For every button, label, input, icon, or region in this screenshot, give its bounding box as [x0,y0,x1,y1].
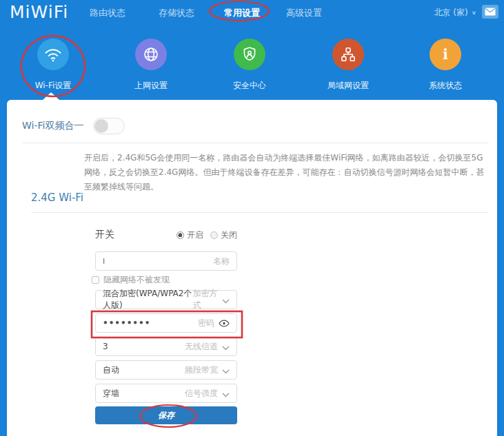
tab-label: 系统状态 [407,80,483,92]
signal-strength-select[interactable]: 穿墙 信号强度 [95,384,237,403]
miwifi-logo: MiWiFi [10,2,68,22]
channel-label: 无线信道 [185,341,218,353]
router-location-label: 北京 (家) [434,7,467,19]
mail-button[interactable] [482,5,498,19]
chevron-down-icon: ∨ [472,10,476,16]
toggle-knob [94,119,108,133]
active-tab-pointer [43,92,59,100]
radio-unselected-icon [210,231,218,239]
dualband-label: Wi-Fi双频合一 [22,120,83,132]
nav-router-status[interactable]: 路由状态 [90,7,125,19]
bandwidth-select[interactable]: 自动 频段带宽 [95,360,237,380]
save-button[interactable]: 保存 [95,406,237,424]
password-input[interactable]: •••••••• 密码 [95,313,237,333]
chevron-down-icon [222,387,230,400]
channel-value: 3 [103,342,108,351]
chevron-down-icon [222,293,230,307]
chevron-down-icon [222,340,230,353]
password-value: •••••••• [103,318,150,328]
section-title-24g: 2.4G Wi-Fi [31,191,83,204]
tab-label: Wi-Fi设置 [15,80,91,92]
top-nav-bar: MiWiFi 路由状态 存储状态 常用设置 高级设置 北京 (家) ∨ [0,0,504,25]
ssid-name-value: l [103,257,105,266]
dualband-description: 开启后，2.4G和5G会使用同一名称，路由器会自动为终端选择最佳WiFi网络，如… [84,151,488,194]
mail-icon [485,6,496,19]
lan-icon [332,39,364,70]
miwifi-admin-page: MiWiFi 路由状态 存储状态 常用设置 高级设置 北京 (家) ∨ [0,0,504,436]
eye-icon[interactable] [219,317,230,330]
radio-off[interactable]: 关闭 [210,229,237,241]
signal-strength-label: 信号强度 [185,388,218,399]
bandwidth-label: 频段带宽 [185,364,218,376]
wifi-form: 开关 开启 关闭 l 名称 隐藏网络不被发现 [95,227,237,424]
encryption-select[interactable]: 混合加密(WPA/WPA2个人版) 加密方式 [95,290,237,309]
encryption-value: 混合加密(WPA/WPA2个人版) [103,288,192,311]
signal-strength-value: 穿墙 [103,388,119,399]
ssid-name-input[interactable]: l 名称 [95,251,237,271]
tab-wifi-settings[interactable]: Wi-Fi设置 [15,39,91,92]
divider [31,212,489,213]
tab-internet-settings[interactable]: 上网设置 [113,39,189,92]
channel-select[interactable]: 3 无线信道 [95,337,237,356]
divider [22,143,489,143]
nav-storage-status[interactable]: 存储状态 [159,7,194,19]
tab-system-status[interactable]: i 系统状态 [407,39,483,92]
encryption-label: 加密方式 [192,288,218,311]
radio-off-label: 关闭 [221,229,237,241]
radio-on-label: 开启 [187,229,203,241]
switch-radio-group: 开启 关闭 [177,229,237,241]
tab-label: 安全中心 [212,80,288,92]
tab-lan-settings[interactable]: 局域网设置 [310,39,386,92]
checkbox-unchecked-icon [92,276,99,284]
hide-network-checkbox-row[interactable]: 隐藏网络不被发现 [92,275,237,284]
shield-icon [234,39,265,70]
tab-label: 局域网设置 [310,80,386,92]
tab-security-center[interactable]: 安全中心 [212,39,288,92]
bandwidth-value: 自动 [103,364,119,376]
ssid-name-placeholder: 名称 [213,256,230,267]
info-icon: i [430,39,461,70]
nav-advanced-settings[interactable]: 高级设置 [286,7,322,19]
nav-common-settings[interactable]: 常用设置 [224,7,260,19]
tab-label: 上网设置 [113,80,189,92]
wifi-switch-row: 开关 开启 关闭 [95,227,237,242]
password-label: 密码 [198,318,214,329]
router-location-menu[interactable]: 北京 (家) ∨ [434,7,476,19]
wifi-icon [37,39,69,70]
chevron-down-icon [222,364,230,377]
dualband-toggle[interactable] [93,118,125,134]
wifi-settings-panel: Wi-Fi双频合一 开启后，2.4G和5G会使用同一名称，路由器会自动为终端选择… [7,100,497,436]
settings-tab-band: Wi-Fi设置 上网设置 安全中心 [0,25,504,100]
radio-selected-icon [177,231,184,239]
switch-label: 开关 [95,229,114,241]
radio-on[interactable]: 开启 [177,229,203,241]
hide-network-label: 隐藏网络不被发现 [103,274,170,286]
globe-icon [135,39,167,70]
